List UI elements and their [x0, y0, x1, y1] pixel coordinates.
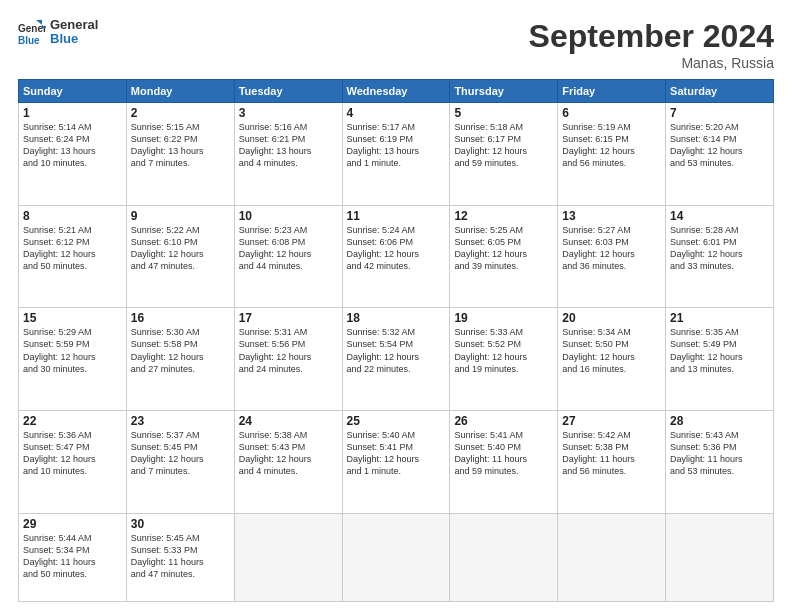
- weekday-header-sunday: Sunday: [19, 80, 127, 103]
- day-number: 29: [23, 517, 122, 531]
- day-number: 25: [347, 414, 446, 428]
- calendar-cell: 25Sunrise: 5:40 AM Sunset: 5:41 PM Dayli…: [342, 410, 450, 513]
- calendar-cell: [450, 513, 558, 601]
- calendar-cell: 13Sunrise: 5:27 AM Sunset: 6:03 PM Dayli…: [558, 205, 666, 308]
- day-number: 2: [131, 106, 230, 120]
- day-number: 23: [131, 414, 230, 428]
- calendar-cell: 3Sunrise: 5:16 AM Sunset: 6:21 PM Daylig…: [234, 103, 342, 206]
- calendar-cell: 17Sunrise: 5:31 AM Sunset: 5:56 PM Dayli…: [234, 308, 342, 411]
- day-info: Sunrise: 5:15 AM Sunset: 6:22 PM Dayligh…: [131, 121, 230, 170]
- calendar-cell: 1Sunrise: 5:14 AM Sunset: 6:24 PM Daylig…: [19, 103, 127, 206]
- day-number: 14: [670, 209, 769, 223]
- day-number: 10: [239, 209, 338, 223]
- day-info: Sunrise: 5:25 AM Sunset: 6:05 PM Dayligh…: [454, 224, 553, 273]
- day-info: Sunrise: 5:37 AM Sunset: 5:45 PM Dayligh…: [131, 429, 230, 478]
- day-info: Sunrise: 5:23 AM Sunset: 6:08 PM Dayligh…: [239, 224, 338, 273]
- day-info: Sunrise: 5:19 AM Sunset: 6:15 PM Dayligh…: [562, 121, 661, 170]
- calendar-cell: 5Sunrise: 5:18 AM Sunset: 6:17 PM Daylig…: [450, 103, 558, 206]
- header: General Blue General Blue September 2024…: [18, 18, 774, 71]
- day-info: Sunrise: 5:17 AM Sunset: 6:19 PM Dayligh…: [347, 121, 446, 170]
- logo-line1: General: [50, 18, 98, 32]
- day-info: Sunrise: 5:41 AM Sunset: 5:40 PM Dayligh…: [454, 429, 553, 478]
- day-info: Sunrise: 5:27 AM Sunset: 6:03 PM Dayligh…: [562, 224, 661, 273]
- svg-text:Blue: Blue: [18, 35, 40, 46]
- calendar-cell: [342, 513, 450, 601]
- calendar-cell: [234, 513, 342, 601]
- calendar-cell: 8Sunrise: 5:21 AM Sunset: 6:12 PM Daylig…: [19, 205, 127, 308]
- day-info: Sunrise: 5:21 AM Sunset: 6:12 PM Dayligh…: [23, 224, 122, 273]
- day-info: Sunrise: 5:18 AM Sunset: 6:17 PM Dayligh…: [454, 121, 553, 170]
- calendar-cell: 15Sunrise: 5:29 AM Sunset: 5:59 PM Dayli…: [19, 308, 127, 411]
- day-number: 8: [23, 209, 122, 223]
- weekday-header-saturday: Saturday: [666, 80, 774, 103]
- calendar-cell: 29Sunrise: 5:44 AM Sunset: 5:34 PM Dayli…: [19, 513, 127, 601]
- day-info: Sunrise: 5:29 AM Sunset: 5:59 PM Dayligh…: [23, 326, 122, 375]
- calendar-cell: 26Sunrise: 5:41 AM Sunset: 5:40 PM Dayli…: [450, 410, 558, 513]
- logo-line2: Blue: [50, 32, 98, 46]
- day-info: Sunrise: 5:32 AM Sunset: 5:54 PM Dayligh…: [347, 326, 446, 375]
- day-info: Sunrise: 5:45 AM Sunset: 5:33 PM Dayligh…: [131, 532, 230, 581]
- svg-text:General: General: [18, 23, 46, 34]
- weekday-header-wednesday: Wednesday: [342, 80, 450, 103]
- day-number: 1: [23, 106, 122, 120]
- calendar-cell: 24Sunrise: 5:38 AM Sunset: 5:43 PM Dayli…: [234, 410, 342, 513]
- day-info: Sunrise: 5:30 AM Sunset: 5:58 PM Dayligh…: [131, 326, 230, 375]
- day-info: Sunrise: 5:24 AM Sunset: 6:06 PM Dayligh…: [347, 224, 446, 273]
- logo-icon: General Blue: [18, 18, 46, 46]
- calendar-cell: 2Sunrise: 5:15 AM Sunset: 6:22 PM Daylig…: [126, 103, 234, 206]
- day-info: Sunrise: 5:16 AM Sunset: 6:21 PM Dayligh…: [239, 121, 338, 170]
- calendar-cell: 19Sunrise: 5:33 AM Sunset: 5:52 PM Dayli…: [450, 308, 558, 411]
- day-number: 27: [562, 414, 661, 428]
- day-info: Sunrise: 5:38 AM Sunset: 5:43 PM Dayligh…: [239, 429, 338, 478]
- calendar-cell: 27Sunrise: 5:42 AM Sunset: 5:38 PM Dayli…: [558, 410, 666, 513]
- day-number: 7: [670, 106, 769, 120]
- day-info: Sunrise: 5:34 AM Sunset: 5:50 PM Dayligh…: [562, 326, 661, 375]
- day-number: 30: [131, 517, 230, 531]
- calendar: SundayMondayTuesdayWednesdayThursdayFrid…: [18, 79, 774, 602]
- day-number: 11: [347, 209, 446, 223]
- calendar-cell: 28Sunrise: 5:43 AM Sunset: 5:36 PM Dayli…: [666, 410, 774, 513]
- weekday-header-thursday: Thursday: [450, 80, 558, 103]
- day-info: Sunrise: 5:36 AM Sunset: 5:47 PM Dayligh…: [23, 429, 122, 478]
- month-title: September 2024: [529, 18, 774, 55]
- title-block: September 2024 Manas, Russia: [529, 18, 774, 71]
- day-number: 15: [23, 311, 122, 325]
- day-number: 17: [239, 311, 338, 325]
- calendar-cell: 16Sunrise: 5:30 AM Sunset: 5:58 PM Dayli…: [126, 308, 234, 411]
- calendar-cell: 6Sunrise: 5:19 AM Sunset: 6:15 PM Daylig…: [558, 103, 666, 206]
- day-info: Sunrise: 5:22 AM Sunset: 6:10 PM Dayligh…: [131, 224, 230, 273]
- calendar-cell: 14Sunrise: 5:28 AM Sunset: 6:01 PM Dayli…: [666, 205, 774, 308]
- day-info: Sunrise: 5:33 AM Sunset: 5:52 PM Dayligh…: [454, 326, 553, 375]
- day-number: 5: [454, 106, 553, 120]
- calendar-cell: 11Sunrise: 5:24 AM Sunset: 6:06 PM Dayli…: [342, 205, 450, 308]
- calendar-cell: 7Sunrise: 5:20 AM Sunset: 6:14 PM Daylig…: [666, 103, 774, 206]
- day-info: Sunrise: 5:20 AM Sunset: 6:14 PM Dayligh…: [670, 121, 769, 170]
- day-number: 21: [670, 311, 769, 325]
- day-info: Sunrise: 5:40 AM Sunset: 5:41 PM Dayligh…: [347, 429, 446, 478]
- day-info: Sunrise: 5:35 AM Sunset: 5:49 PM Dayligh…: [670, 326, 769, 375]
- day-number: 28: [670, 414, 769, 428]
- calendar-cell: 20Sunrise: 5:34 AM Sunset: 5:50 PM Dayli…: [558, 308, 666, 411]
- day-number: 20: [562, 311, 661, 325]
- day-number: 4: [347, 106, 446, 120]
- day-info: Sunrise: 5:31 AM Sunset: 5:56 PM Dayligh…: [239, 326, 338, 375]
- calendar-cell: 18Sunrise: 5:32 AM Sunset: 5:54 PM Dayli…: [342, 308, 450, 411]
- day-info: Sunrise: 5:43 AM Sunset: 5:36 PM Dayligh…: [670, 429, 769, 478]
- logo: General Blue General Blue: [18, 18, 98, 47]
- calendar-cell: 22Sunrise: 5:36 AM Sunset: 5:47 PM Dayli…: [19, 410, 127, 513]
- calendar-cell: 21Sunrise: 5:35 AM Sunset: 5:49 PM Dayli…: [666, 308, 774, 411]
- day-number: 22: [23, 414, 122, 428]
- calendar-cell: 10Sunrise: 5:23 AM Sunset: 6:08 PM Dayli…: [234, 205, 342, 308]
- day-number: 26: [454, 414, 553, 428]
- weekday-header-friday: Friday: [558, 80, 666, 103]
- calendar-cell: 23Sunrise: 5:37 AM Sunset: 5:45 PM Dayli…: [126, 410, 234, 513]
- day-number: 19: [454, 311, 553, 325]
- calendar-cell: 4Sunrise: 5:17 AM Sunset: 6:19 PM Daylig…: [342, 103, 450, 206]
- day-number: 12: [454, 209, 553, 223]
- day-number: 9: [131, 209, 230, 223]
- weekday-header-tuesday: Tuesday: [234, 80, 342, 103]
- day-number: 18: [347, 311, 446, 325]
- calendar-cell: 12Sunrise: 5:25 AM Sunset: 6:05 PM Dayli…: [450, 205, 558, 308]
- day-number: 3: [239, 106, 338, 120]
- day-number: 6: [562, 106, 661, 120]
